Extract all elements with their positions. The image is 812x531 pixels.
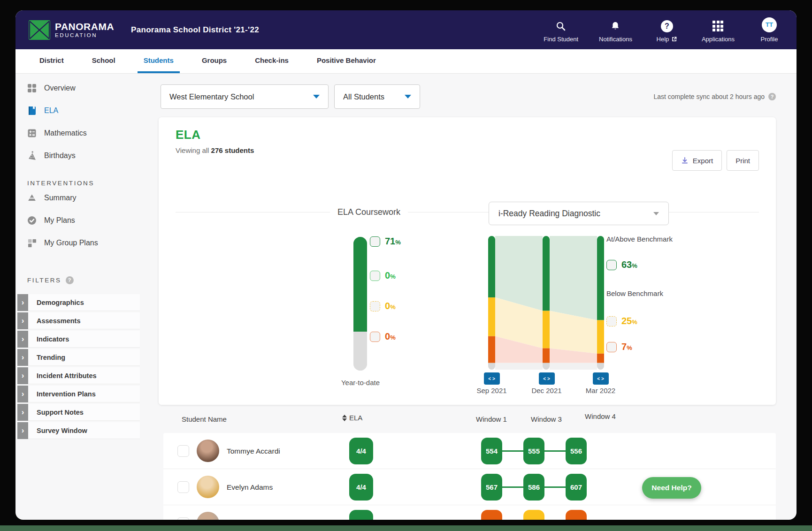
need-help-button[interactable]: Need Help? bbox=[642, 477, 701, 499]
filter-demographics[interactable]: ›Demographics bbox=[17, 294, 140, 311]
brand-line1: PANORAMA bbox=[55, 22, 114, 31]
student-name: Tommye Accardi bbox=[227, 433, 280, 469]
table-row[interactable] bbox=[163, 505, 776, 520]
apps-grid-icon bbox=[712, 20, 723, 32]
backdrop-green-strip bbox=[0, 525, 812, 531]
legend-checkbox[interactable] bbox=[606, 316, 617, 326]
sidebar-item-my-group-plans[interactable]: My Group Plans bbox=[15, 232, 140, 254]
sidebar-item-overview[interactable]: Overview bbox=[15, 77, 140, 99]
find-student-button[interactable]: Find Student bbox=[544, 20, 578, 43]
sidebar-item-my-plans[interactable]: My Plans bbox=[15, 209, 140, 232]
legend-value: 0% bbox=[385, 270, 396, 281]
sidebar-item-mathematics[interactable]: Mathematics bbox=[15, 122, 140, 144]
coursework-bar bbox=[353, 237, 367, 371]
legend-checkbox[interactable] bbox=[370, 271, 380, 281]
iready-sankey-chart bbox=[488, 236, 604, 370]
filter-trending[interactable]: ›Trending bbox=[17, 349, 140, 366]
chevron-right-icon: › bbox=[17, 422, 28, 439]
legend-checkbox[interactable] bbox=[606, 342, 617, 352]
sankey-bar-segment bbox=[488, 336, 495, 363]
column-header-window-4: Window 4 bbox=[583, 412, 618, 420]
assessment-dropdown[interactable]: i-Ready Reading Diagnostic bbox=[489, 202, 669, 225]
tab-school[interactable]: School bbox=[86, 49, 122, 73]
group-squares-icon bbox=[26, 237, 38, 249]
filters-help-icon[interactable]: ? bbox=[66, 276, 74, 284]
sidebar-item-ela[interactable]: ELA bbox=[15, 99, 140, 122]
legend-value: 63% bbox=[621, 259, 637, 270]
export-button[interactable]: Export bbox=[672, 150, 722, 171]
legend-checkbox[interactable] bbox=[370, 301, 380, 311]
row-checkbox[interactable] bbox=[177, 481, 189, 493]
school-dropdown[interactable]: West Elementary School bbox=[161, 84, 329, 109]
legend-checkbox[interactable] bbox=[370, 332, 380, 342]
controls-row: West Elementary School All Students Last… bbox=[161, 84, 776, 109]
filter-incident-attributes[interactable]: ›Incident Attributes bbox=[17, 367, 140, 384]
sankey-bar-segment bbox=[597, 363, 604, 370]
table-row[interactable]: Tommye Accardi4/4554555556 bbox=[163, 433, 776, 469]
district-title: Panorama School District '21-'22 bbox=[131, 25, 259, 35]
coursework-x-label: Year-to-date bbox=[318, 379, 403, 387]
row-checkbox[interactable] bbox=[177, 445, 189, 457]
window-nav-button[interactable]: <> bbox=[539, 372, 555, 385]
iready-legend-item: 25% bbox=[606, 316, 637, 326]
window-nav-button[interactable]: <> bbox=[484, 372, 500, 385]
filter-indicators[interactable]: ›Indicators bbox=[17, 331, 140, 348]
applications-button[interactable]: Applications bbox=[702, 20, 735, 43]
tab-students[interactable]: Students bbox=[138, 49, 180, 73]
search-icon bbox=[555, 20, 567, 32]
avatar bbox=[197, 476, 219, 498]
coursework-legend-item: 0% bbox=[370, 270, 396, 281]
students-dropdown[interactable]: All Students bbox=[334, 84, 420, 109]
panorama-logo[interactable]: PANORAMA EDUCATION bbox=[29, 20, 114, 40]
sidebar-item-summary[interactable]: Summary bbox=[15, 187, 140, 209]
print-button[interactable]: Print bbox=[727, 150, 759, 171]
sync-status: Last complete sync about 2 hours ago ? bbox=[653, 93, 776, 100]
sankey-ribbon bbox=[495, 363, 543, 370]
window-nav-button[interactable]: <> bbox=[593, 372, 609, 385]
pyramid-icon bbox=[26, 192, 38, 204]
download-icon bbox=[681, 157, 689, 164]
legend-value: 71% bbox=[385, 236, 401, 247]
legend-value: 7% bbox=[621, 341, 632, 352]
external-link-icon bbox=[671, 36, 677, 42]
column-header-ela-sort[interactable]: ELA bbox=[342, 414, 362, 422]
sankey-ribbon bbox=[550, 363, 597, 370]
filter-support-notes[interactable]: ›Support Notes bbox=[17, 404, 140, 421]
party-hat-icon bbox=[26, 150, 38, 161]
tab-groups[interactable]: Groups bbox=[196, 49, 233, 73]
help-icon: ? bbox=[661, 20, 673, 32]
filter-survey-window[interactable]: ›Survey Window bbox=[17, 422, 140, 439]
sankey-bar-segment bbox=[488, 363, 495, 370]
connector-line bbox=[544, 450, 566, 452]
column-header-window-1: Window 1 bbox=[474, 415, 509, 423]
legend-checkbox[interactable] bbox=[370, 236, 380, 247]
sidebar: Overview ELA Mathematics Birthdays bbox=[15, 74, 140, 520]
calculator-icon bbox=[26, 128, 38, 139]
filter-assessments[interactable]: ›Assessments bbox=[17, 312, 140, 329]
chevron-right-icon: › bbox=[17, 386, 28, 402]
coursework-legend-item: 0% bbox=[370, 301, 396, 311]
sync-help-icon[interactable]: ? bbox=[768, 93, 776, 100]
ela-score-pill bbox=[349, 510, 373, 520]
chevron-down-icon bbox=[653, 212, 659, 215]
profile-button[interactable]: TT Profile bbox=[755, 17, 783, 43]
tab-district[interactable]: District bbox=[33, 49, 70, 73]
book-icon bbox=[26, 105, 38, 116]
help-button[interactable]: ? Help bbox=[653, 20, 681, 43]
filter-intervention-plans[interactable]: ›Intervention Plans bbox=[17, 386, 140, 402]
tab-check-ins[interactable]: Check-ins bbox=[249, 49, 295, 73]
legend-checkbox[interactable] bbox=[606, 260, 617, 270]
row-checkbox[interactable] bbox=[177, 517, 189, 520]
connector-line bbox=[502, 486, 523, 488]
chevron-right-icon: › bbox=[17, 404, 28, 421]
sankey-bar-segment bbox=[597, 354, 604, 363]
viewing-count: Viewing all 276 students bbox=[176, 146, 254, 154]
sankey-ribbon bbox=[550, 236, 597, 320]
interventions-header: INTERVENTIONS bbox=[15, 179, 140, 187]
window-date-label: Mar 2022 bbox=[580, 387, 622, 394]
ela-score-pill: 4/4 bbox=[349, 438, 373, 464]
sidebar-item-birthdays[interactable]: Birthdays bbox=[15, 144, 140, 167]
notifications-button[interactable]: Notifications bbox=[599, 20, 632, 43]
tab-positive-behavior[interactable]: Positive Behavior bbox=[311, 49, 382, 73]
ela-score-pill: 4/4 bbox=[349, 474, 373, 501]
